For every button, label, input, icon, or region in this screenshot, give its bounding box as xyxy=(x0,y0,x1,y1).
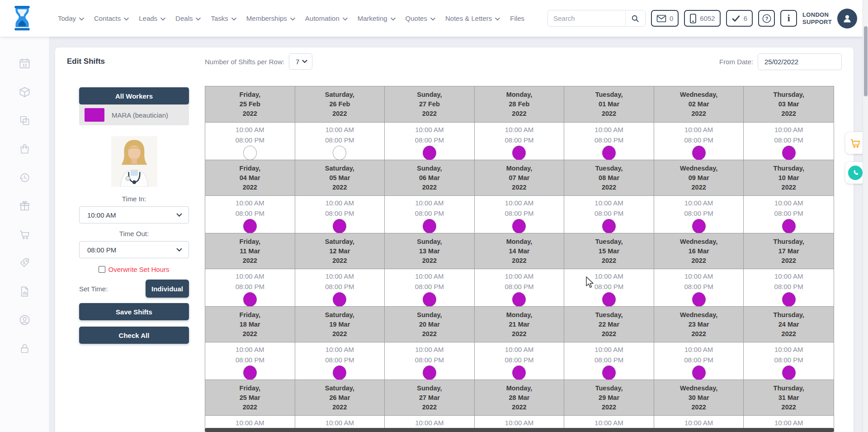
search-box xyxy=(547,10,646,27)
gift-icon xyxy=(19,206,31,214)
nav-item-notes-letters[interactable]: Notes & Letters xyxy=(445,14,500,22)
help-icon: ? xyxy=(762,14,772,24)
shift-toggle[interactable] xyxy=(512,366,526,380)
shift-toggle[interactable] xyxy=(243,146,257,160)
shift-toggle[interactable] xyxy=(512,219,526,233)
scrollbar-thumb[interactable] xyxy=(864,26,868,96)
overwrite-checkbox[interactable] xyxy=(99,266,105,273)
shift-cell: 10:00 AM08:00 PM xyxy=(385,123,475,160)
sidebar-item-shopping-bag[interactable] xyxy=(19,143,31,155)
individual-button[interactable]: Individual xyxy=(146,280,189,298)
user-avatar[interactable] xyxy=(837,9,857,28)
day-header-line: Wednesday, xyxy=(654,237,744,247)
info-button[interactable]: i xyxy=(780,10,797,27)
day-header-line: Friday, xyxy=(205,164,295,173)
shift-toggle[interactable] xyxy=(512,292,526,307)
shift-toggle[interactable] xyxy=(602,292,616,307)
vertical-scrollbar[interactable] xyxy=(863,0,868,432)
sidebar-item-products[interactable] xyxy=(19,86,31,98)
worker-name: MARA (beautician) xyxy=(112,111,168,119)
shifts-per-row-select[interactable]: 7 xyxy=(289,53,312,70)
search-icon[interactable] xyxy=(625,10,645,26)
time-out-select[interactable]: 08:00 PM xyxy=(79,241,189,258)
shift-time-out: 08:00 PM xyxy=(295,281,385,292)
shift-grid: Friday,25 Feb2022Saturday,26 Feb2022Sund… xyxy=(205,86,834,432)
shift-toggle[interactable] xyxy=(782,366,796,380)
sidebar-item-cart[interactable] xyxy=(19,228,31,241)
from-date-input[interactable] xyxy=(758,53,842,70)
nav-item-files[interactable]: Files xyxy=(510,14,524,22)
page-title: Edit Shifts xyxy=(67,57,105,66)
shift-toggle[interactable] xyxy=(602,146,616,160)
shift-toggle[interactable] xyxy=(243,292,257,307)
horizontal-scrollbar[interactable] xyxy=(205,428,834,432)
nav-item-marketing[interactable]: Marketing xyxy=(358,14,396,22)
nav-item-leads[interactable]: Leads xyxy=(139,14,165,22)
shift-toggle[interactable] xyxy=(333,219,346,233)
search-input[interactable] xyxy=(548,14,625,22)
shift-toggle[interactable] xyxy=(692,219,706,233)
shift-toggle[interactable] xyxy=(782,146,796,160)
shift-toggle[interactable] xyxy=(512,146,526,160)
nav-item-today[interactable]: Today xyxy=(58,14,84,22)
shift-toggle[interactable] xyxy=(782,219,796,233)
sidebar-item-duplicate[interactable] xyxy=(19,114,31,127)
shift-cell: 10:00 AM08:00 PM xyxy=(205,196,295,233)
worker-list-item[interactable]: MARA (beautician) xyxy=(79,104,189,125)
check-all-button[interactable]: Check All xyxy=(79,327,189,344)
day-header: Tuesday,01 Mar2022 xyxy=(564,86,654,123)
help-button[interactable]: ? xyxy=(758,10,775,27)
sidebar-item-calendar[interactable]: 12 xyxy=(19,57,31,70)
cart-icon xyxy=(849,137,861,149)
shift-toggle[interactable] xyxy=(423,219,436,233)
shift-cell: 10:00 AM08:00 PM xyxy=(475,342,565,380)
day-header: Wednesday,09 Mar2022 xyxy=(654,160,744,196)
time-in-select[interactable]: 10:00 AM xyxy=(79,206,189,223)
chevron-down-icon xyxy=(343,17,348,21)
shift-toggle[interactable] xyxy=(692,146,706,160)
day-header-line: 2022 xyxy=(475,256,564,266)
shift-toggle[interactable] xyxy=(423,292,436,307)
day-header-line: 2022 xyxy=(385,109,474,119)
shift-toggle[interactable] xyxy=(692,292,706,307)
sidebar-item-report[interactable] xyxy=(19,285,31,298)
tasks-button[interactable]: 6 xyxy=(726,10,753,27)
shift-toggle[interactable] xyxy=(692,366,706,380)
shift-time-in: 10:00 AM xyxy=(654,418,744,428)
shift-toggle[interactable] xyxy=(333,366,346,380)
shift-toggle[interactable] xyxy=(423,146,436,160)
nav-item-automation[interactable]: Automation xyxy=(305,14,348,22)
shift-toggle[interactable] xyxy=(243,219,257,233)
sidebar-item-lock[interactable] xyxy=(19,342,31,355)
shift-toggle[interactable] xyxy=(602,366,616,380)
shift-toggle[interactable] xyxy=(423,366,436,380)
sidebar-item-price-tag[interactable]: $ xyxy=(19,257,31,269)
calls-button[interactable]: 6052 xyxy=(684,10,720,27)
sidebar-item-account[interactable] xyxy=(19,314,31,326)
sidebar-item-history[interactable] xyxy=(19,171,31,184)
all-workers-button[interactable]: All Workers xyxy=(79,87,189,104)
day-header-line: 20 Mar xyxy=(385,320,474,329)
app-logo[interactable] xyxy=(11,5,33,32)
shift-time-in: 10:00 AM xyxy=(564,418,654,428)
mail-button[interactable]: 0 xyxy=(651,10,679,27)
save-shifts-button[interactable]: Save Shifts xyxy=(79,303,189,320)
nav-item-deals[interactable]: Deals xyxy=(175,14,201,22)
nav-item-contacts[interactable]: Contacts xyxy=(94,14,129,22)
topbar-right-cluster: 0 6052 6 ? i xyxy=(547,9,857,28)
shift-cell: 10:00 AM08:00 PM xyxy=(295,342,385,380)
shift-toggle[interactable] xyxy=(333,146,346,160)
shift-toggle[interactable] xyxy=(782,292,796,307)
shift-toggle[interactable] xyxy=(243,366,257,380)
shift-toggle[interactable] xyxy=(602,219,616,233)
shift-time-in: 10:00 AM xyxy=(475,198,564,208)
shift-toggle[interactable] xyxy=(333,292,346,307)
nav-item-memberships[interactable]: Memberships xyxy=(246,14,295,22)
shift-time-in: 10:00 AM xyxy=(295,124,385,135)
shift-cell: 10:00 AM08:00 PM xyxy=(564,196,654,233)
time-out-label: Time Out: xyxy=(79,230,189,237)
day-header-line: 05 Mar xyxy=(295,173,385,183)
nav-item-tasks[interactable]: Tasks xyxy=(211,14,236,22)
nav-item-quotes[interactable]: Quotes xyxy=(406,14,435,22)
sidebar-item-gift[interactable] xyxy=(19,200,31,212)
